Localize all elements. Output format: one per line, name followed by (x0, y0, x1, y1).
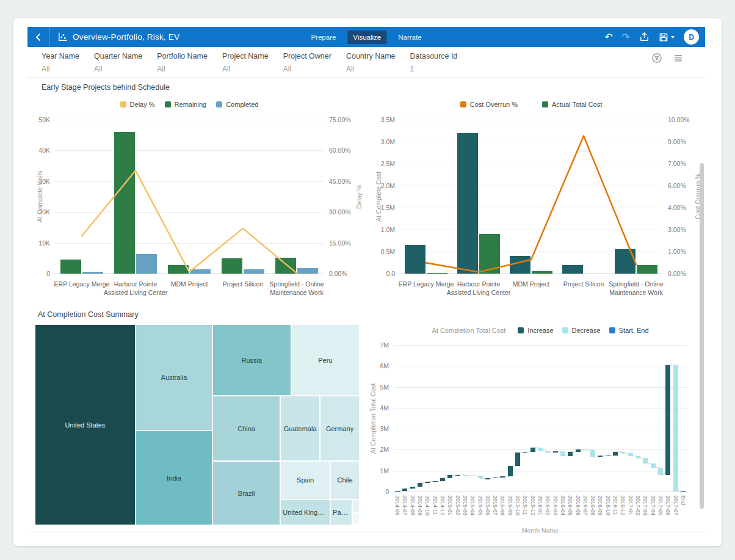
treemap-cell-pan[interactable]: Pan... (330, 500, 352, 525)
waterfall-bar-2015-05[interactable] (478, 476, 483, 478)
treemap-cell-small[interactable] (352, 513, 360, 525)
filter-portfolio-name[interactable]: Portfolio NameAll (157, 52, 208, 73)
waterfall-bar-2015-09[interactable] (508, 466, 513, 476)
filter-value: All (222, 65, 269, 73)
x-axis-tick: 2016-07 (582, 495, 588, 523)
waterfall-bar-2014-06[interactable] (395, 491, 400, 492)
menu-icon[interactable] (673, 53, 683, 63)
y-axis-title: At Completion Total Cost (369, 345, 377, 492)
waterfall-bar-2016-09[interactable] (598, 456, 603, 457)
delay-line[interactable] (55, 120, 324, 274)
filter-project-owner[interactable]: Project OwnerAll (283, 52, 331, 73)
x-axis-tick: 2017-02 (635, 495, 640, 523)
treemap-cell-label: China (236, 425, 257, 432)
export-icon[interactable] (639, 32, 650, 42)
x-axis-tick: 2016-04 (560, 495, 565, 523)
waterfall-bar-2016-08[interactable] (590, 450, 595, 457)
treemap-cell-guatemala[interactable]: Guatemala (280, 396, 320, 461)
waterfall-bar-2016-02[interactable] (545, 451, 550, 453)
treemap-cell-peru[interactable]: Peru (291, 324, 360, 396)
waterfall-bar-2017-05[interactable] (658, 468, 663, 475)
treemap-cell-china[interactable]: China (212, 396, 280, 461)
right-axis-tick: 15.00% (329, 239, 351, 247)
waterfall-bar-2015-08[interactable] (500, 476, 505, 478)
x-axis-tick: 2016-11 (612, 495, 618, 523)
waterfall-bar-2016-04[interactable] (560, 451, 565, 456)
waterfall-bar-2014-09[interactable] (418, 483, 422, 487)
x-axis-tick: 2014-09 (417, 495, 422, 523)
back-button[interactable] (27, 27, 49, 47)
waterfall-bar-2017-03[interactable] (643, 458, 648, 464)
filter-value: 1 (410, 65, 458, 73)
waterfall-bar-2014-10[interactable] (425, 482, 430, 483)
waterfall-bar-2017-04[interactable] (651, 464, 656, 468)
waterfall-bar-2015-07[interactable] (493, 478, 498, 479)
waterfall-bar-2016-07[interactable] (583, 449, 588, 451)
treemap-cell-united-kingdom[interactable]: United Kingdom (280, 500, 330, 525)
treemap-cell-india[interactable]: India (136, 431, 212, 525)
vertical-scrollbar[interactable] (700, 163, 704, 509)
waterfall-bar-2015-12[interactable] (530, 448, 535, 452)
waterfall-bar-2016-11[interactable] (613, 452, 618, 456)
avatar[interactable]: D (684, 29, 699, 45)
waterfall-bar-2016-06[interactable] (576, 449, 581, 452)
save-button[interactable] (659, 32, 675, 42)
waterfall-bar-2014-07[interactable] (402, 489, 407, 491)
treemap-cell-australia[interactable]: Australia (136, 324, 212, 431)
redo-icon[interactable]: ↷ (622, 32, 630, 42)
waterfall-bar-2015-04[interactable] (470, 476, 475, 477)
treemap-cell-brazil[interactable]: Brazil (212, 461, 280, 525)
waterfall-bar-2015-02[interactable] (455, 475, 460, 476)
waterfall-bar-2015-10[interactable] (515, 453, 520, 466)
waterfall-bar-2015-06[interactable] (485, 478, 490, 479)
treemap-cell-small[interactable] (352, 500, 360, 513)
cost-overrun-line[interactable] (400, 120, 662, 274)
waterfall-bar-2017-06[interactable] (665, 365, 670, 475)
waterfall-bar-end[interactable] (681, 491, 686, 492)
treemap-cell-germany[interactable]: Germany (320, 396, 360, 461)
legend-item-increase[interactable]: Increase (518, 327, 553, 334)
waterfall-connectors (394, 345, 687, 492)
waterfall-bar-2014-11[interactable] (433, 481, 438, 482)
legend-item-remaining[interactable]: Remaining (165, 101, 207, 108)
waterfall-bar-2016-05[interactable] (568, 452, 573, 456)
filter-year-name[interactable]: Year NameAll (42, 52, 79, 73)
treemap-cell-united-states[interactable]: United States (35, 324, 136, 525)
tab-prepare[interactable]: Prepare (305, 31, 341, 44)
filter-quarter-name[interactable]: Quarter NameAll (94, 52, 142, 73)
limit-values-icon[interactable] (651, 53, 662, 64)
tab-visualize[interactable]: Visualize (347, 31, 386, 44)
treemap-cell-chile[interactable]: Chile (330, 461, 360, 500)
tab-narrate[interactable]: Narrate (393, 31, 427, 44)
legend-item-actual-total-cost[interactable]: Actual Total Cost (542, 101, 602, 108)
filter-project-name[interactable]: Project NameAll (222, 52, 269, 73)
waterfall-bar-2015-11[interactable] (523, 452, 527, 453)
legend-item-delay[interactable]: Delay % (120, 101, 155, 108)
x-axis-tick: 2016-08 (590, 495, 595, 523)
treemap-cell-spain[interactable]: Spain (280, 461, 330, 500)
waterfall-bar-2014-12[interactable] (440, 478, 445, 481)
legend-item-decrease[interactable]: Decrease (562, 327, 601, 334)
legend-item-start-end[interactable]: Start, End (609, 327, 649, 334)
waterfall-bar-2016-01[interactable] (538, 448, 543, 451)
waterfall-bar-2017-07[interactable] (673, 365, 678, 491)
waterfall-bar-2016-12[interactable] (620, 452, 625, 453)
waterfall-bar-2016-03[interactable] (553, 451, 558, 453)
waterfall-bar-2014-08[interactable] (410, 487, 415, 488)
legend-item-cost-overrun[interactable]: Cost Overrun % (460, 101, 518, 108)
legend-swatch (216, 101, 222, 107)
waterfall-bar-2016-10[interactable] (606, 456, 610, 457)
workbook-icon (57, 32, 68, 42)
waterfall-bar-2017-01[interactable] (628, 453, 633, 456)
legend-item-completed[interactable]: Completed (216, 101, 258, 108)
filter-datasource-id[interactable]: Datasource Id1 (410, 52, 458, 73)
waterfall-bar-2015-01[interactable] (447, 475, 452, 478)
waterfall-bar-2015-03[interactable] (463, 475, 468, 476)
save-dropdown-caret-icon[interactable] (671, 36, 675, 38)
filter-country-name[interactable]: Country NameAll (346, 52, 396, 73)
treemap-cell-russia[interactable]: Russia (212, 324, 291, 396)
undo-icon[interactable]: ↶ (604, 32, 612, 42)
back-chevron-icon (34, 33, 43, 42)
waterfall-bar-2017-02[interactable] (635, 456, 640, 458)
right-axis-tick: 6.00% (668, 182, 686, 189)
